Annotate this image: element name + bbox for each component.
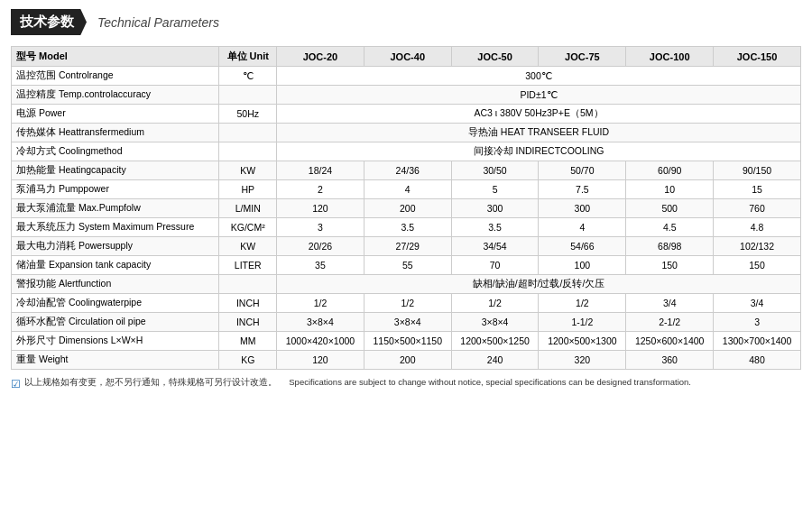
row-value-joc50: 5	[451, 180, 539, 199]
table-row: 警报功能 Alertfunction缺相/缺油/超时/过载/反转/欠压	[12, 275, 801, 294]
row-unit: LITER	[219, 256, 277, 275]
table-row: 温控精度 Temp.controlaccuracyPID±1℃	[12, 86, 801, 105]
table-row: 最大电力消耗 PowersupplyKW20/2627/2934/5454/66…	[12, 237, 801, 256]
row-label: 温控精度 Temp.controlaccuracy	[12, 86, 219, 105]
row-value-joc100: 2-1/2	[626, 313, 714, 332]
col-header-unit: 单位 Unit	[219, 47, 277, 67]
table-row: 电源 Power50HzAC3 ι 380V 50Hz3P+E（5M）	[12, 105, 801, 124]
table-row: 最大系统压力 System Maximum PressureKG/CM²33.5…	[12, 218, 801, 237]
row-value-joc100: 3/4	[626, 294, 714, 313]
row-value-joc50: 3×8×4	[451, 313, 539, 332]
row-unit: L/MIN	[219, 199, 277, 218]
row-value-joc40: 1150×500×1150	[364, 332, 451, 351]
row-value-joc40: 55	[364, 256, 451, 275]
row-unit: ℃	[219, 67, 277, 86]
row-value-joc20: 3	[277, 218, 364, 237]
row-value-joc100: 360	[626, 351, 714, 370]
table-row: 储油量 Expansion tank capacityLITER35557010…	[12, 256, 801, 275]
page: 技术参数 Technical Parameters 型号 Model 单位 Un…	[0, 0, 812, 505]
row-label: 泵浦马力 Pumppower	[12, 180, 219, 199]
footer-spacer	[281, 377, 285, 387]
row-unit	[219, 142, 277, 161]
row-value-joc20: 120	[277, 351, 364, 370]
row-unit: KG/CM²	[219, 218, 277, 237]
tech-table: 型号 Model 单位 Unit JOC-20 JOC-40 JOC-50 JO…	[11, 46, 801, 370]
row-value-joc20: 2	[277, 180, 364, 199]
row-value-joc20: 1000×420×1000	[277, 332, 364, 351]
col-header-joc150: JOC-150	[714, 47, 801, 67]
row-span-value: 300℃	[277, 67, 801, 86]
row-value-joc50: 1200×500×1250	[451, 332, 539, 351]
row-value-joc150: 90/150	[714, 161, 801, 180]
row-value-joc75: 50/70	[539, 161, 626, 180]
row-label: 最大电力消耗 Powersupply	[12, 237, 219, 256]
row-value-joc50: 3.5	[451, 218, 539, 237]
row-unit	[219, 86, 277, 105]
row-value-joc50: 34/54	[451, 237, 539, 256]
row-value-joc20: 18/24	[277, 161, 364, 180]
row-value-joc150: 1300×700×1400	[714, 332, 801, 351]
footer-text-cn: 以上规格如有变更，恕不另行通知，特殊规格可另行设计改造。	[24, 377, 277, 389]
row-label: 冷却方式 Coolingmethod	[12, 142, 219, 161]
row-value-joc20: 1/2	[277, 294, 364, 313]
header: 技术参数 Technical Parameters	[11, 9, 801, 35]
row-unit	[219, 275, 277, 294]
row-value-joc100: 60/90	[626, 161, 714, 180]
row-value-joc20: 3×8×4	[277, 313, 364, 332]
table-row: 重量 WeightKG120200240320360480	[12, 351, 801, 370]
row-unit: INCH	[219, 294, 277, 313]
header-badge: 技术参数	[11, 9, 87, 35]
footer-note: ☑ 以上规格如有变更，恕不另行通知，特殊规格可另行设计改造。 Specifica…	[11, 377, 801, 390]
row-value-joc50: 300	[451, 199, 539, 218]
row-label: 重量 Weight	[12, 351, 219, 370]
row-value-joc100: 1250×600×1400	[626, 332, 714, 351]
row-label: 外形尺寸 Dimensions L×W×H	[12, 332, 219, 351]
row-value-joc150: 4.8	[714, 218, 801, 237]
col-header-joc20: JOC-20	[277, 47, 364, 67]
col-header-joc50: JOC-50	[451, 47, 539, 67]
row-value-joc100: 150	[626, 256, 714, 275]
row-unit: KG	[219, 351, 277, 370]
row-unit: MM	[219, 332, 277, 351]
row-value-joc40: 3.5	[364, 218, 451, 237]
table-header-row: 型号 Model 单位 Unit JOC-20 JOC-40 JOC-50 JO…	[12, 47, 801, 67]
row-label: 冷却油配管 Coolingwaterpipe	[12, 294, 219, 313]
row-value-joc75: 1200×500×1300	[539, 332, 626, 351]
col-header-model: 型号 Model	[12, 47, 219, 67]
row-label: 加热能量 Heatingcapacity	[12, 161, 219, 180]
row-unit: INCH	[219, 313, 277, 332]
row-value-joc100: 10	[626, 180, 714, 199]
row-label: 传热媒体 Heattransfermedium	[12, 124, 219, 142]
row-unit: 50Hz	[219, 105, 277, 124]
col-header-joc40: JOC-40	[364, 47, 451, 67]
table-row: 最大泵浦流量 Max.PumpfolwL/MIN1202003003005007…	[12, 199, 801, 218]
row-value-joc75: 1/2	[539, 294, 626, 313]
row-span-value: 导热油 HEAT TRANSEER FLUID	[277, 124, 801, 142]
table-body: 温控范围 Controlrange℃300℃温控精度 Temp.controla…	[12, 67, 801, 370]
row-value-joc40: 200	[364, 199, 451, 218]
row-value-joc75: 300	[539, 199, 626, 218]
row-value-joc75: 1-1/2	[539, 313, 626, 332]
table-row: 泵浦马力 PumppowerHP2457.51015	[12, 180, 801, 199]
row-value-joc75: 54/66	[539, 237, 626, 256]
table-row: 循环水配管 Circulation oil pipeINCH3×8×43×8×4…	[12, 313, 801, 332]
row-unit	[219, 124, 277, 142]
row-value-joc50: 1/2	[451, 294, 539, 313]
row-value-joc150: 3/4	[714, 294, 801, 313]
row-span-value: 缺相/缺油/超时/过载/反转/欠压	[277, 275, 801, 294]
row-value-joc20: 120	[277, 199, 364, 218]
row-value-joc100: 500	[626, 199, 714, 218]
row-value-joc40: 27/29	[364, 237, 451, 256]
row-label: 最大泵浦流量 Max.Pumpfolw	[12, 199, 219, 218]
row-value-joc40: 3×8×4	[364, 313, 451, 332]
row-label: 最大系统压力 System Maximum Pressure	[12, 218, 219, 237]
row-label: 警报功能 Alertfunction	[12, 275, 219, 294]
row-value-joc75: 320	[539, 351, 626, 370]
table-row: 温控范围 Controlrange℃300℃	[12, 67, 801, 86]
row-value-joc150: 760	[714, 199, 801, 218]
row-value-joc100: 4.5	[626, 218, 714, 237]
row-value-joc150: 480	[714, 351, 801, 370]
row-value-joc40: 200	[364, 351, 451, 370]
row-value-joc150: 3	[714, 313, 801, 332]
row-value-joc50: 240	[451, 351, 539, 370]
